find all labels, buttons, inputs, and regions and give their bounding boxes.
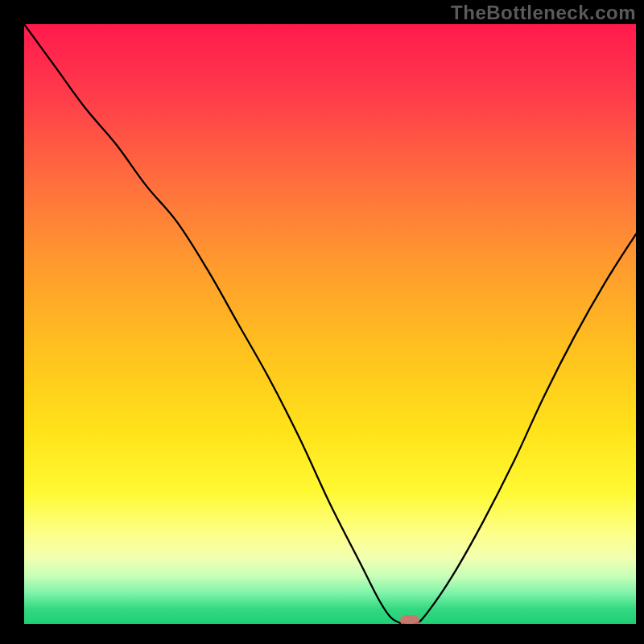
plot-area bbox=[24, 24, 636, 624]
chart-frame: TheBottleneck.com bbox=[0, 0, 644, 644]
watermark-text: TheBottleneck.com bbox=[451, 2, 636, 24]
bottleneck-curve bbox=[24, 24, 636, 624]
optimal-marker bbox=[400, 615, 419, 624]
